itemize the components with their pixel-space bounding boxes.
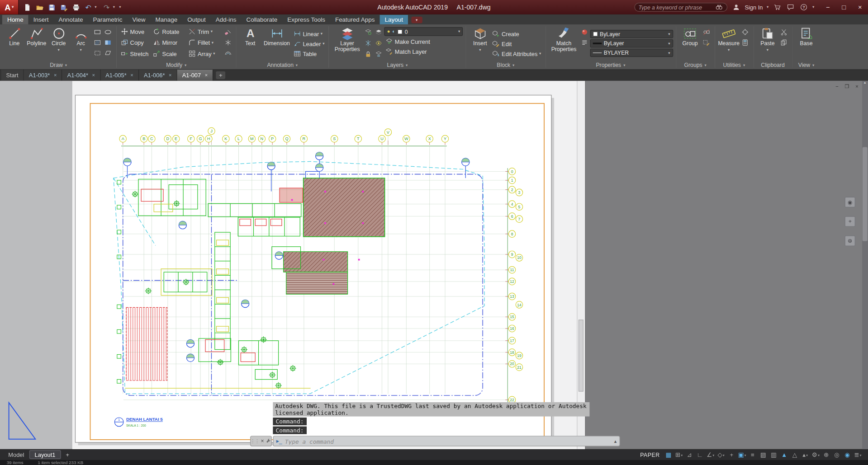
annotation-monitor-icon[interactable]: ⊕	[821, 450, 831, 459]
annotation-panel-label[interactable]: Annotation▾	[237, 61, 328, 69]
customization-icon[interactable]: ≣▾	[853, 450, 863, 459]
customize-icon[interactable]	[266, 438, 271, 444]
polyline-button[interactable]: Polyline	[25, 26, 47, 61]
doc-restore-button[interactable]: ❐	[843, 83, 851, 90]
paper-space-button[interactable]: PAPER	[640, 451, 660, 457]
layer-off-button[interactable]	[374, 38, 383, 47]
ribbon-tab-view[interactable]: View	[128, 15, 151, 24]
minimize-button[interactable]: −	[820, 0, 836, 14]
explode-button[interactable]	[223, 38, 232, 47]
leader-button[interactable]: Leader▾	[292, 39, 326, 48]
scale-button[interactable]: Scale	[152, 49, 187, 58]
gradient-button[interactable]	[103, 38, 113, 47]
communication-icon[interactable]	[786, 3, 795, 12]
linear-button[interactable]: Linear▾	[292, 29, 326, 38]
store-cart-icon[interactable]	[773, 3, 782, 12]
color-select[interactable]: ByLayer▾	[590, 30, 673, 38]
edit-attributes-button[interactable]: 1Edit Attributes▾	[491, 49, 542, 58]
command-input-field[interactable]: ▸_ ▴	[273, 436, 620, 446]
drag-handle-icon[interactable]: ⋮⋮	[250, 438, 259, 444]
steering-wheel-icon[interactable]: ◉	[845, 197, 855, 207]
close-tab-icon[interactable]: ×	[92, 72, 95, 78]
base-button[interactable]: Base	[795, 26, 817, 61]
layout1-tab[interactable]: Layout1	[29, 450, 61, 459]
table-button[interactable]: Table	[292, 49, 326, 58]
line-button[interactable]: Line	[3, 26, 25, 61]
view-panel-label[interactable]: View▾	[793, 61, 820, 69]
new-layout-button[interactable]: +	[61, 451, 75, 458]
paper-space[interactable]: ABCDEFGHJKLMNPQRSTUVWXY01234567891011121…	[72, 81, 584, 449]
drawing-area[interactable]: ABCDEFGHJKLMNPQRSTUVWXY01234567891011121…	[0, 81, 868, 449]
autoscale-icon[interactable]: △	[790, 450, 799, 459]
close-tab-icon[interactable]: ×	[205, 72, 208, 78]
mirror-button[interactable]: Mirror	[152, 38, 187, 47]
hatch-button[interactable]	[92, 38, 102, 47]
chevron-down-icon[interactable]: ▾	[767, 5, 768, 9]
ribbon-tab-home[interactable]: Home	[2, 15, 28, 24]
sign-in-button[interactable]: Sign In	[745, 4, 763, 11]
ribbon-tab-insert[interactable]: Insert	[28, 15, 54, 24]
clipboard-panel-label[interactable]: Clipboard	[754, 61, 792, 69]
boundary-button[interactable]	[92, 48, 102, 57]
object-color-button[interactable]	[580, 27, 589, 37]
ribbon-tab-annotate[interactable]: Annotate	[54, 15, 88, 24]
properties-panel-label[interactable]: Properties▾	[546, 61, 675, 69]
selection-cycling-icon[interactable]: ▥	[769, 450, 778, 459]
annotation-scale-icon[interactable]: ▴▾	[801, 450, 810, 459]
linetype-select[interactable]: BYLAYER▾	[590, 49, 673, 57]
measure-button[interactable]: Measure▾	[718, 26, 740, 61]
block-panel-label[interactable]: Block▾	[467, 61, 545, 69]
new-drawing-tab-button[interactable]: +	[216, 71, 226, 79]
floor-plan-svg[interactable]: ABCDEFGHJKLMNPQRSTUVWXY01234567891011121…	[72, 81, 584, 449]
zoom-icon[interactable]: ⊕	[845, 235, 855, 246]
annotation-visibility-icon[interactable]: ▲	[779, 450, 789, 459]
undo-button[interactable]: ↶	[82, 2, 94, 12]
region-button[interactable]	[103, 48, 113, 57]
ribbon-tab-add-ins[interactable]: Add-ins	[211, 15, 242, 24]
text-button[interactable]: AText	[239, 26, 261, 61]
file-tab-a1-005[interactable]: A1-005*×	[100, 70, 139, 80]
close-tab-icon[interactable]: ×	[169, 72, 171, 78]
layer-isolate-button[interactable]	[374, 27, 383, 37]
arc-button[interactable]: Arc▾	[70, 26, 92, 61]
layer-state-button[interactable]	[363, 27, 373, 37]
isolate-objects-icon[interactable]: ◎	[832, 450, 841, 459]
paste-button[interactable]: Paste▾	[756, 26, 778, 61]
doc-minimize-button[interactable]: −	[833, 83, 841, 90]
make-current-button[interactable]: Make Current	[384, 37, 463, 46]
ribbon-tab-collaborate[interactable]: Collaborate	[241, 15, 282, 24]
scrollbar-thumb[interactable]	[579, 319, 583, 391]
close-button[interactable]: ×	[852, 0, 868, 14]
stretch-button[interactable]: Stretch	[119, 49, 152, 58]
ortho-mode-icon[interactable]: ∟	[695, 450, 705, 459]
match-layer-button[interactable]: Match Layer	[384, 47, 463, 56]
layers-panel-label[interactable]: Layers▾	[329, 61, 465, 69]
file-tab-a1-006[interactable]: A1-006*×	[139, 70, 177, 80]
osnap-tracking-icon[interactable]: +	[727, 450, 736, 459]
snap-mode-icon[interactable]: ⊞▾	[674, 450, 684, 459]
scroll-up-icon[interactable]: ▲	[863, 81, 867, 84]
transparency-icon[interactable]: ▨	[759, 450, 768, 459]
object-snap-icon[interactable]: ▣▾	[737, 450, 747, 459]
list-button[interactable]	[580, 38, 589, 47]
move-button[interactable]: Move	[119, 27, 152, 36]
ribbon-tab-manage[interactable]: Manage	[151, 15, 183, 24]
erase-button[interactable]	[223, 27, 232, 37]
save-button[interactable]	[46, 2, 58, 12]
file-tab-a1-004[interactable]: A1-004*×	[62, 70, 101, 80]
search-icon[interactable]	[714, 3, 724, 12]
isometric-drafting-icon[interactable]: ◇▾	[716, 450, 726, 459]
ribbon-tab-featured-apps[interactable]: Featured Apps	[330, 15, 380, 24]
save-as-button[interactable]	[58, 2, 70, 12]
ribbon-tab-express-tools[interactable]: Express Tools	[282, 15, 330, 24]
close-tab-icon[interactable]: ×	[130, 72, 133, 78]
help-icon[interactable]: ?	[799, 3, 809, 12]
cut-button[interactable]	[779, 27, 789, 37]
close-tab-icon[interactable]: ×	[54, 72, 57, 78]
qat-menu-button[interactable]: ▾	[119, 5, 124, 9]
redo-button[interactable]: ↷	[101, 2, 113, 12]
fillet-button[interactable]: Fillet▾	[187, 38, 223, 47]
modify-panel-label[interactable]: Modify▾	[117, 61, 235, 69]
draw-panel-label[interactable]: Draw▾	[1, 61, 115, 69]
paper-scrollbar[interactable]	[577, 81, 584, 449]
